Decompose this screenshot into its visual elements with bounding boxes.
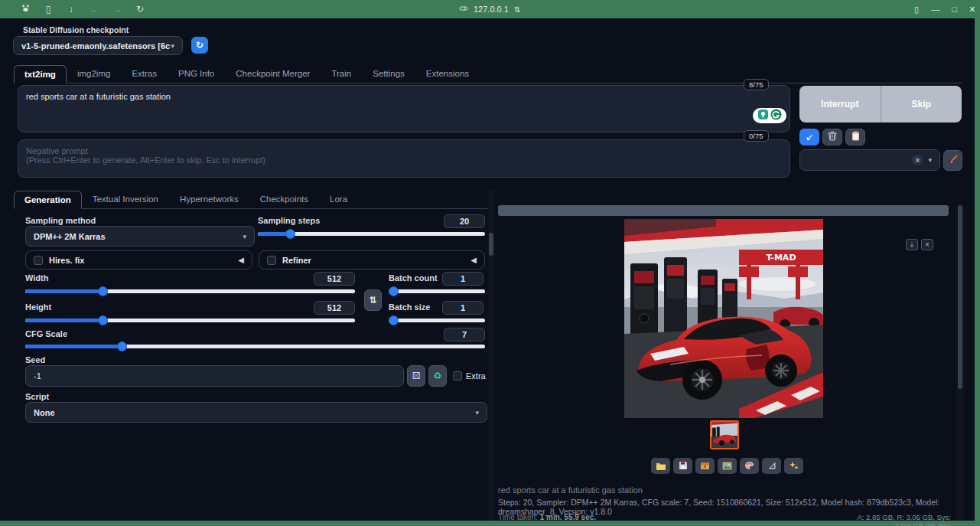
stop-buttons: Interrupt Skip <box>799 86 962 123</box>
dice-icon: ⚄ <box>412 371 420 381</box>
palette-icon <box>744 459 754 473</box>
sampling-method-label: Sampling method <box>25 216 96 225</box>
close-button[interactable]: × <box>969 3 975 15</box>
skip-button[interactable]: Skip <box>881 86 962 123</box>
lightbulb-extension-icon[interactable] <box>757 109 769 123</box>
refiner-section[interactable]: Refiner ◀ <box>259 250 485 270</box>
tune-icon[interactable]: ⇅ <box>514 5 520 14</box>
height-input[interactable]: 512 <box>314 301 355 315</box>
batch-count-slider[interactable] <box>389 289 485 293</box>
batch-count-input[interactable]: 1 <box>442 272 483 286</box>
url-text[interactable]: 127.0.0.1 <box>474 5 509 14</box>
cfg-scale-slider[interactable] <box>25 345 485 348</box>
tab-checkpoint-merger[interactable]: Checkpoint Merger <box>225 64 321 83</box>
collapse-arrow-icon[interactable]: ◀ <box>238 256 244 264</box>
sampling-method-dropdown[interactable]: DPM++ 2M Karras ▾ <box>25 226 255 247</box>
seed-input[interactable]: -1 <box>25 365 404 387</box>
swap-dimensions-button[interactable]: ⇅ <box>364 289 382 311</box>
link-icon <box>459 5 468 14</box>
random-seed-button[interactable]: ⚄ <box>407 365 425 387</box>
tab-png-info[interactable]: PNG Info <box>168 64 225 83</box>
sampling-steps-slider[interactable] <box>258 232 485 236</box>
collapse-arrow-icon[interactable]: ◀ <box>470 256 477 264</box>
generated-image[interactable]: T-MAD <box>624 219 823 418</box>
negative-prompt-input[interactable] <box>18 139 790 178</box>
right-panel-scrollbar[interactable] <box>956 205 964 521</box>
floppy-icon <box>679 459 688 473</box>
browser-logo-icon[interactable] <box>15 3 35 15</box>
grammarly-extension-icon[interactable] <box>770 109 782 123</box>
extra-seed-label: Extra <box>466 371 486 381</box>
clear-prompt-button[interactable] <box>822 129 842 145</box>
reuse-seed-button[interactable]: ♻ <box>428 365 447 387</box>
batch-size-label: Batch size <box>389 302 430 312</box>
tab-txt2img[interactable]: txt2img <box>14 65 67 83</box>
sampling-method-value: DPM++ 2M Karras <box>34 232 106 241</box>
tab-checkpoints[interactable]: Checkpoints <box>249 190 319 208</box>
hires-fix-section[interactable]: Hires. fix ◀ <box>25 250 252 270</box>
checkpoint-dropdown[interactable]: v1-5-pruned-emaonly.safetensors [6ce0161… <box>13 36 183 55</box>
script-dropdown[interactable]: None ▾ <box>25 402 487 423</box>
tab-train[interactable]: Train <box>321 64 362 83</box>
open-folder-button[interactable] <box>651 458 670 474</box>
height-slider[interactable] <box>25 319 355 322</box>
maximize-button[interactable]: □ <box>952 5 957 14</box>
negative-token-counter: 0/75 <box>744 130 769 142</box>
downloads-icon[interactable]: ↓ <box>61 4 81 15</box>
send-to-img2img-button[interactable] <box>718 458 737 474</box>
save-zip-button[interactable] <box>695 458 715 474</box>
extra-seed-checkbox[interactable] <box>453 371 462 381</box>
tab-extensions[interactable]: Extensions <box>415 64 480 83</box>
seed-value: -1 <box>34 371 41 381</box>
upscale-button[interactable] <box>784 458 803 474</box>
tab-settings[interactable]: Settings <box>362 64 415 83</box>
panel-icon[interactable]: ▯ <box>914 5 919 15</box>
batch-size-slider[interactable] <box>389 319 485 322</box>
save-image-button[interactable] <box>673 458 692 474</box>
tab-lora[interactable]: Lora <box>319 190 358 208</box>
hires-fix-checkbox[interactable] <box>34 256 43 265</box>
tab-hypernetworks[interactable]: Hypernetworks <box>169 190 249 208</box>
paste-params-button[interactable]: ↙ <box>799 129 819 145</box>
tab-textual-inversion[interactable]: Textual Inversion <box>82 190 169 208</box>
refiner-checkbox[interactable] <box>267 256 276 265</box>
styles-dropdown[interactable]: × ▾ <box>799 149 940 171</box>
sidebar-toggle-icon[interactable]: ▯ <box>38 4 58 15</box>
prompt-input[interactable]: red sports car at a futuristic gas stati… <box>18 85 790 132</box>
minimize-button[interactable]: — <box>931 5 939 14</box>
edit-styles-button[interactable] <box>943 150 962 171</box>
tab-img2img[interactable]: img2img <box>67 64 121 83</box>
clear-styles-icon[interactable]: × <box>912 155 923 165</box>
folder-icon <box>656 459 666 473</box>
sampling-steps-input[interactable]: 20 <box>444 214 485 228</box>
svg-text:T-MAD: T-MAD <box>766 253 796 263</box>
send-to-inpaint-button[interactable] <box>740 458 759 474</box>
tab-generation[interactable]: Generation <box>14 191 82 209</box>
batch-size-input[interactable]: 1 <box>442 301 483 315</box>
gallery-thumbnail[interactable] <box>710 420 739 449</box>
time-taken-value: 1 min. 55.9 sec. <box>540 513 596 521</box>
refresh-checkpoints-button[interactable]: ↻ <box>191 37 208 54</box>
image-viewer: T-MAD <box>498 217 954 420</box>
reload-icon[interactable]: ↻ <box>130 4 150 15</box>
send-to-extras-button[interactable] <box>762 458 781 474</box>
memory-usage: A: 2.85 GB, R: 3.05 GB, Sys: 3.9/4 GB (9… <box>855 513 951 526</box>
checkpoint-label: Stable Diffusion checkpoint <box>23 25 129 34</box>
chevron-down-icon: ▾ <box>243 233 246 240</box>
save-view-button[interactable]: ⤓ <box>906 239 918 250</box>
apply-styles-button[interactable] <box>845 129 865 145</box>
cfg-scale-input[interactable]: 7 <box>444 328 485 341</box>
width-input[interactable]: 512 <box>314 272 355 286</box>
close-view-button[interactable]: × <box>921 239 933 250</box>
left-column-scrollbar[interactable] <box>488 190 494 521</box>
time-taken: Time taken: 1 min. 55.9 sec. <box>498 513 596 521</box>
forward-icon[interactable]: → <box>107 4 127 15</box>
time-taken-label: Time taken: <box>498 513 538 521</box>
ruler-icon <box>767 459 777 473</box>
script-label: Script <box>25 392 49 401</box>
interrupt-button[interactable]: Interrupt <box>799 86 881 123</box>
tab-extras[interactable]: Extras <box>121 64 168 83</box>
output-caption[interactable]: red sports car at a futuristic gas stati… <box>498 485 643 495</box>
back-icon[interactable]: ← <box>84 4 104 15</box>
width-slider[interactable] <box>25 289 355 293</box>
